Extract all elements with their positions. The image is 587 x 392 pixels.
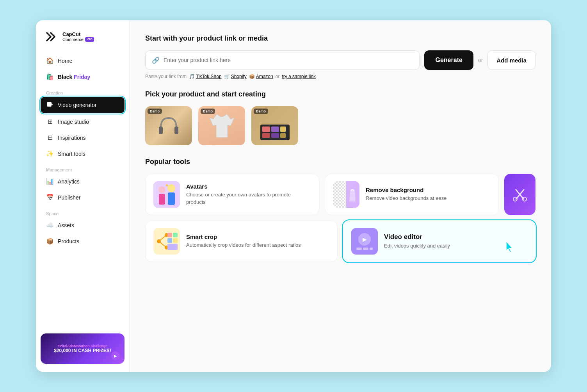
svg-rect-8 [262, 133, 270, 138]
publisher-icon: 📅 [46, 194, 54, 201]
sidebar-item-black-friday[interactable]: 🛍️ Black Friday [41, 69, 125, 84]
logo: CapCut Commerce Pro [36, 31, 129, 53]
cursor-indicator [505, 241, 516, 255]
video-strip-1 [356, 248, 362, 250]
analytics-icon: 📊 [46, 178, 54, 185]
svg-rect-17 [333, 181, 346, 208]
sidebar-item-home-label: Home [58, 58, 72, 64]
svg-rect-35 [167, 244, 178, 250]
shirt-svg [209, 112, 235, 139]
generate-button[interactable]: Generate [424, 50, 473, 70]
svg-rect-5 [262, 127, 270, 132]
tools-row-1: ★ Avatars Choose or create your own avat… [145, 174, 535, 215]
tool-card-video-editor[interactable]: ▶ Video editor Edit videos quickly and e… [343, 221, 535, 262]
svg-rect-7 [280, 127, 286, 132]
tools-grid: ★ Avatars Choose or create your own avat… [145, 174, 535, 262]
avatars-tool-desc: Choose or create your own avatars to pro… [186, 191, 311, 205]
svg-rect-2 [159, 127, 163, 134]
svg-rect-31 [167, 233, 172, 237]
home-icon: 🏠 [46, 57, 54, 64]
promo-banner[interactable]: #ViralAdsMarathon Challenge $20,000 IN C… [41, 333, 125, 364]
sidebar-item-inspirations[interactable]: ⊟ Inspirations [41, 130, 125, 145]
avatars-tool-info: Avatars Choose or create your own avatar… [186, 183, 311, 205]
amazon-link[interactable]: 📦 Amazon [249, 74, 273, 79]
scissors-icon [512, 187, 528, 202]
tool-card-smart-crop[interactable]: Smart crop Automatically crop videos for… [145, 221, 338, 262]
black-friday-icon: 🛍️ [46, 73, 54, 80]
demo-badge-headphones: Demo [148, 109, 162, 114]
sample-link[interactable]: try a sample link [282, 74, 316, 79]
svg-rect-32 [173, 233, 178, 237]
search-bar: 🔗 Generate or Add media [145, 50, 535, 70]
demo-badge-shirt: Demo [201, 109, 215, 114]
video-strips [356, 248, 373, 250]
headphones-svg [155, 114, 182, 137]
sidebar-item-assets-label: Assets [58, 222, 74, 228]
video-strip-2 [363, 248, 368, 250]
tools-row-2: Smart crop Automatically crop videos for… [145, 221, 535, 262]
sidebar-item-publisher-label: Publisher [58, 194, 80, 201]
section-label-space: Space [41, 206, 125, 217]
sidebar-item-smart-tools[interactable]: ✨ Smart tools [41, 146, 125, 161]
sidebar-item-video-generator[interactable]: Video generator [41, 97, 125, 113]
logo-text: CapCut Commerce Pro [62, 32, 94, 42]
tool-card-avatars[interactable]: ★ Avatars Choose or create your own avat… [145, 174, 319, 215]
sidebar-item-assets[interactable]: ☁️ Assets [41, 217, 125, 233]
shopify-link[interactable]: 🛒 Shopify [224, 74, 247, 79]
video-editor-tool-name: Video editor [384, 233, 527, 241]
search-or-label: or [478, 57, 483, 63]
sidebar-item-image-studio[interactable]: ⊞ Image studio [41, 114, 125, 129]
search-input[interactable] [164, 57, 413, 63]
video-play-button-icon: ▶ [358, 233, 371, 246]
svg-rect-33 [167, 238, 172, 243]
page-title: Start with your product link or media [145, 34, 535, 43]
products-section: Pick your product and start creating Dem… [145, 90, 535, 145]
tiktok-icon: 🎵 [189, 74, 195, 79]
popular-tools-section: Popular tools [145, 158, 535, 262]
svg-rect-13 [159, 194, 165, 205]
product-card-shirt[interactable]: Demo [198, 106, 245, 145]
section-label-creation: Creation [41, 85, 125, 97]
products-icon: 📦 [46, 237, 54, 245]
remove-bg-image [333, 181, 359, 208]
svg-point-12 [158, 186, 165, 193]
sidebar: CapCut Commerce Pro 🏠 Home 🛍️ Black Frid… [36, 20, 130, 372]
banner-tag-text: #ViralAdsMarathon Challenge [58, 344, 107, 348]
remove-bg-tool-desc: Remove video backgrounds at ease [366, 195, 491, 202]
svg-rect-10 [280, 133, 286, 138]
smart-crop-image [153, 228, 180, 255]
sidebar-navigation: 🏠 Home 🛍️ Black Friday Creation [36, 53, 129, 327]
svg-rect-3 [174, 127, 178, 134]
video-strip-3 [370, 248, 373, 250]
smart-crop-tool-info: Smart crop Automatically crop videos for… [186, 233, 329, 249]
product-card-headphones[interactable]: Demo [145, 106, 192, 145]
video-generator-icon [46, 101, 54, 109]
remove-bg-tool-name: Remove background [366, 187, 491, 193]
sidebar-item-black-friday-label: Black Friday [58, 74, 90, 80]
sidebar-item-publisher[interactable]: 📅 Publisher [41, 190, 125, 205]
svg-rect-9 [271, 133, 279, 138]
image-studio-icon: ⊞ [46, 118, 54, 125]
products-section-title: Pick your product and start creating [145, 90, 535, 98]
sidebar-item-analytics-label: Analytics [58, 178, 80, 185]
sidebar-item-products-label: Products [58, 238, 79, 244]
search-hint: Paste your link from 🎵 TikTok Shop 🛒 Sho… [145, 74, 535, 79]
product-card-makeup[interactable]: Demo [251, 106, 298, 145]
avatars-tool-name: Avatars [186, 183, 311, 190]
sidebar-item-analytics[interactable]: 📊 Analytics [41, 174, 125, 189]
tool-card-remove-background[interactable]: Remove background Remove video backgroun… [325, 174, 499, 215]
add-media-button[interactable]: Add media [487, 50, 535, 70]
tiktok-shop-link[interactable]: 🎵 TikTok Shop [189, 74, 222, 79]
sidebar-item-home[interactable]: 🏠 Home [41, 53, 125, 68]
svg-point-14 [167, 184, 175, 192]
capcut-logo-icon [45, 31, 59, 42]
sidebar-item-products[interactable]: 📦 Products [41, 233, 125, 249]
banner-play-button[interactable]: ▶ [111, 351, 120, 360]
avatars-image: ★ [153, 181, 180, 208]
video-editor-thumb: ▶ [351, 228, 378, 255]
app-window: CapCut Commerce Pro 🏠 Home 🛍️ Black Frid… [36, 20, 551, 372]
smart-crop-tool-desc: Automatically crop videos for different … [186, 242, 329, 249]
banner-prize-text: $20,000 IN CASH PRIZES! [54, 348, 111, 353]
sidebar-item-smart-tools-label: Smart tools [58, 151, 85, 157]
remove-bg-tool-info: Remove background Remove video backgroun… [366, 187, 491, 202]
